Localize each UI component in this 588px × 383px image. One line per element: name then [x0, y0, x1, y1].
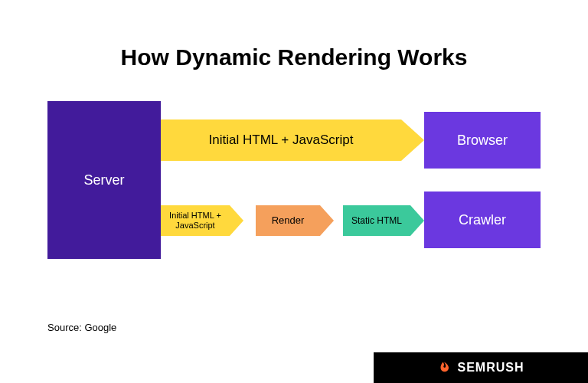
- brand-footer: SEMRUSH: [374, 352, 588, 383]
- flame-icon: [437, 361, 451, 375]
- page-title: How Dynamic Rendering Works: [0, 44, 588, 70]
- diagram-container: Server Browser Crawler Initial HTML + Ja…: [47, 101, 541, 277]
- arrow-static-html: Static HTML: [343, 205, 424, 236]
- browser-label: Browser: [457, 133, 508, 149]
- arrow-b2-label: Render: [256, 205, 320, 236]
- arrow-b1-label: Initial HTML + JavaScript: [161, 205, 230, 236]
- brand-name: SEMRUSH: [457, 361, 524, 375]
- server-box: Server: [47, 101, 161, 259]
- crawler-box: Crawler: [424, 192, 541, 248]
- browser-box: Browser: [424, 112, 541, 169]
- crawler-label: Crawler: [459, 212, 506, 228]
- source-attribution: Source: Google: [47, 322, 116, 333]
- arrow-head-icon: [401, 119, 424, 161]
- arrow-initial-html: Initial HTML + JavaScript: [161, 205, 243, 236]
- arrow-top-label: Initial HTML + JavaScript: [161, 119, 401, 161]
- arrow-head-icon: [230, 205, 243, 236]
- arrow-browser-path: Initial HTML + JavaScript: [161, 119, 424, 161]
- server-label: Server: [83, 172, 124, 188]
- arrow-b3-label: Static HTML: [343, 205, 410, 236]
- arrow-head-icon: [410, 205, 424, 236]
- arrow-head-icon: [320, 205, 334, 236]
- arrow-render: Render: [256, 205, 334, 236]
